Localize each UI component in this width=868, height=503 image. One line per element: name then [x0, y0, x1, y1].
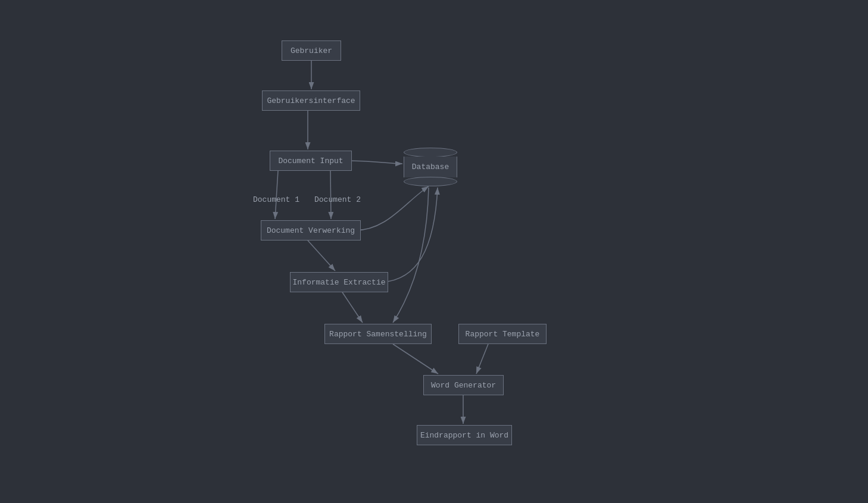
node-document-input: Document Input — [270, 151, 352, 171]
node-eindrapport: Eindrapport in Word — [417, 425, 512, 445]
node-rapport-samenstelling: Rapport Samenstelling — [324, 324, 432, 344]
node-gebruikersinterface: Gebruikersinterface — [262, 90, 360, 111]
svg-line-6 — [308, 240, 335, 271]
node-informatie-extractie: Informatie Extractie — [290, 272, 388, 292]
node-rapport-template: Rapport Template — [458, 324, 547, 344]
svg-line-7 — [342, 292, 363, 323]
node-word-generator: Word Generator — [423, 375, 504, 395]
node-gebruiker: Gebruiker — [282, 40, 341, 61]
label-document1: Document 1 — [253, 195, 299, 204]
label-document2: Document 2 — [314, 195, 361, 204]
svg-line-9 — [476, 344, 488, 374]
node-database: Database — [404, 148, 457, 186]
node-document-verwerking: Document Verwerking — [261, 220, 361, 240]
diagram-container: Gebruiker Gebruikersinterface Document I… — [0, 0, 868, 503]
svg-line-8 — [393, 344, 438, 374]
